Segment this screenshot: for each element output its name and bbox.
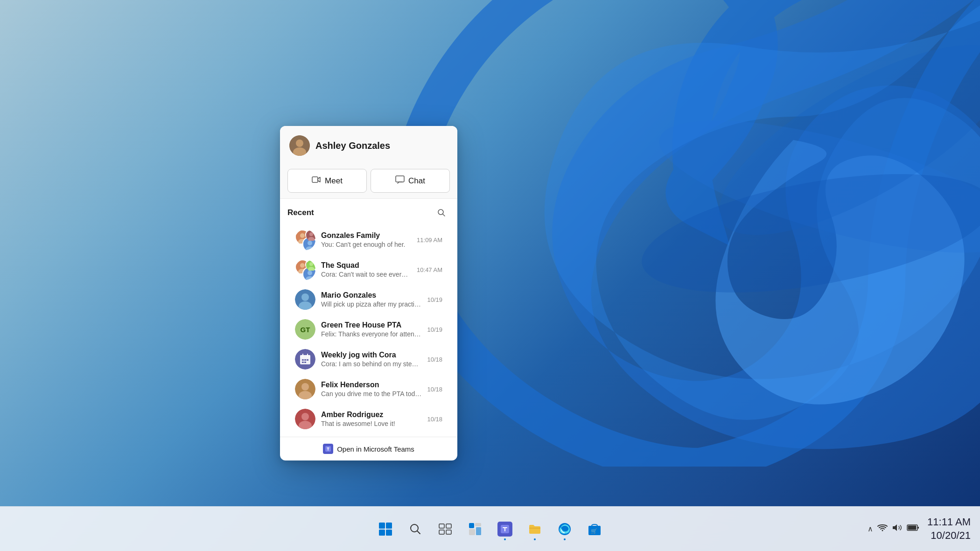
svg-rect-34 — [302, 359, 304, 361]
chat-item-name: Felix Henderson — [321, 381, 421, 389]
search-button[interactable] — [433, 204, 450, 221]
svg-rect-6 — [312, 177, 318, 182]
chat-item-preview: That is awesome! Love it! — [321, 420, 421, 427]
taskbar-teams-button[interactable] — [493, 517, 517, 541]
video-icon — [312, 175, 321, 187]
desktop: Ashley Gonzales Meet — [0, 0, 980, 551]
group-avatar-gonzales-family — [295, 230, 315, 250]
list-item[interactable]: GT Green Tree House PTA Felix: Thanks ev… — [287, 314, 450, 344]
taskbar-explorer-button[interactable] — [523, 517, 547, 541]
popup-user-name: Ashley Gonzales — [315, 140, 390, 151]
svg-rect-48 — [386, 523, 392, 529]
chat-item-name: Amber Rodriguez — [321, 411, 421, 419]
svg-point-19 — [300, 263, 305, 268]
chat-item-time: 11:09 AM — [417, 237, 442, 244]
chat-list: Gonzales Family You: Can't get enough of… — [287, 225, 450, 434]
group-avatar-the-squad — [295, 259, 315, 280]
svg-rect-38 — [304, 362, 306, 363]
taskbar: 🛒 ∧ — [0, 506, 980, 551]
svg-rect-31 — [300, 355, 310, 358]
calendar-icon — [295, 349, 315, 370]
svg-point-40 — [301, 383, 309, 391]
chat-item-info: Mario Gonzales Will pick up pizza after … — [321, 291, 421, 308]
list-item[interactable]: Mario Gonzales Will pick up pizza after … — [287, 285, 450, 314]
chat-item-info: Amber Rodriguez That is awesome! Love it… — [321, 411, 421, 427]
teams-icon — [323, 444, 333, 454]
chat-item-info: Weekly jog with Cora Cora: I am so behin… — [321, 351, 421, 368]
chat-item-preview: Cora: Can't wait to see everyone! — [321, 271, 411, 278]
list-item[interactable]: Felix Henderson Can you drive me to the … — [287, 374, 450, 404]
list-item[interactable]: Weekly jog with Cora Cora: I am so behin… — [287, 344, 450, 374]
open-teams-button[interactable]: Open in Microsoft Teams — [280, 437, 457, 460]
svg-rect-55 — [446, 530, 451, 534]
chat-item-name: Mario Gonzales — [321, 291, 421, 300]
tray-expand-icon[interactable]: ∧ — [868, 524, 873, 533]
svg-point-22 — [308, 271, 312, 275]
recent-header: Recent — [287, 204, 450, 221]
taskbar-taskview-button[interactable] — [433, 517, 457, 541]
chat-item-info: Felix Henderson Can you drive me to the … — [321, 381, 421, 398]
svg-rect-47 — [379, 523, 385, 529]
avatar-mario-gonzales — [295, 289, 315, 310]
avatar-weekly-jog — [295, 349, 315, 370]
wifi-icon[interactable] — [877, 522, 888, 536]
avatar-felix-henderson — [295, 379, 315, 399]
meet-label: Meet — [325, 176, 343, 186]
chat-item-time: 10:47 AM — [417, 266, 442, 273]
chat-item-info: The Squad Cora: Can't wait to see everyo… — [321, 261, 411, 278]
chat-item-time: 10/18 — [427, 386, 442, 393]
svg-rect-49 — [379, 530, 385, 536]
svg-rect-53 — [446, 524, 451, 528]
chat-item-time: 10/19 — [427, 326, 442, 333]
svg-rect-7 — [396, 176, 404, 182]
svg-point-28 — [301, 293, 309, 301]
chat-item-name: The Squad — [321, 261, 411, 270]
taskbar-start-button[interactable] — [373, 517, 398, 541]
taskbar-time-display: 11:11 AM — [927, 516, 971, 529]
chat-button[interactable]: Chat — [371, 169, 450, 193]
chat-icon — [395, 175, 405, 187]
chat-item-time: 10/18 — [427, 356, 442, 363]
svg-rect-58 — [469, 529, 475, 535]
svg-rect-59 — [476, 527, 481, 535]
chat-actions: Meet Chat — [280, 163, 457, 199]
taskbar-date-display: 10/20/21 — [927, 529, 971, 543]
svg-point-4 — [296, 139, 303, 147]
chat-item-name: Gonzales Family — [321, 231, 411, 240]
taskbar-clock[interactable]: 11:11 AM 10/20/21 — [927, 516, 971, 542]
svg-point-43 — [301, 413, 309, 420]
chat-popup: Ashley Gonzales Meet — [280, 126, 457, 460]
svg-rect-50 — [386, 530, 392, 536]
battery-icon[interactable] — [907, 523, 920, 535]
avatar-image — [289, 135, 310, 156]
chat-item-preview: Cora: I am so behind on my step goals. — [321, 360, 421, 368]
list-item[interactable]: Amber Rodriguez That is awesome! Love it… — [287, 404, 450, 434]
avatar-green-tree-house: GT — [295, 319, 315, 340]
volume-icon[interactable] — [892, 522, 903, 536]
svg-rect-35 — [304, 359, 306, 361]
svg-point-16 — [309, 232, 313, 236]
svg-rect-54 — [439, 530, 444, 534]
chat-item-preview: You: Can't get enough of her. — [321, 241, 411, 248]
svg-point-8 — [438, 209, 443, 215]
list-item[interactable]: Gonzales Family You: Can't get enough of… — [287, 225, 450, 255]
taskbar-edge-button[interactable] — [553, 517, 577, 541]
svg-rect-36 — [307, 359, 308, 361]
user-avatar — [289, 135, 310, 156]
svg-rect-52 — [439, 524, 444, 528]
taskbar-widgets-button[interactable] — [463, 517, 487, 541]
svg-point-13 — [308, 241, 312, 245]
svg-rect-57 — [475, 523, 481, 526]
taskbar-store-button[interactable]: 🛒 — [582, 517, 607, 541]
taskbar-search-button[interactable] — [403, 517, 427, 541]
svg-rect-37 — [302, 362, 304, 363]
chat-item-time: 10/19 — [427, 296, 442, 303]
list-item[interactable]: The Squad Cora: Can't wait to see everyo… — [287, 255, 450, 285]
open-teams-label: Open in Microsoft Teams — [337, 445, 414, 453]
meet-button[interactable]: Meet — [287, 169, 367, 193]
gt-initials-avatar: GT — [295, 319, 315, 340]
svg-point-25 — [309, 262, 313, 266]
chat-popup-header: Ashley Gonzales — [280, 126, 457, 163]
taskbar-center: 🛒 — [373, 517, 607, 541]
chat-item-name: Green Tree House PTA — [321, 321, 421, 329]
